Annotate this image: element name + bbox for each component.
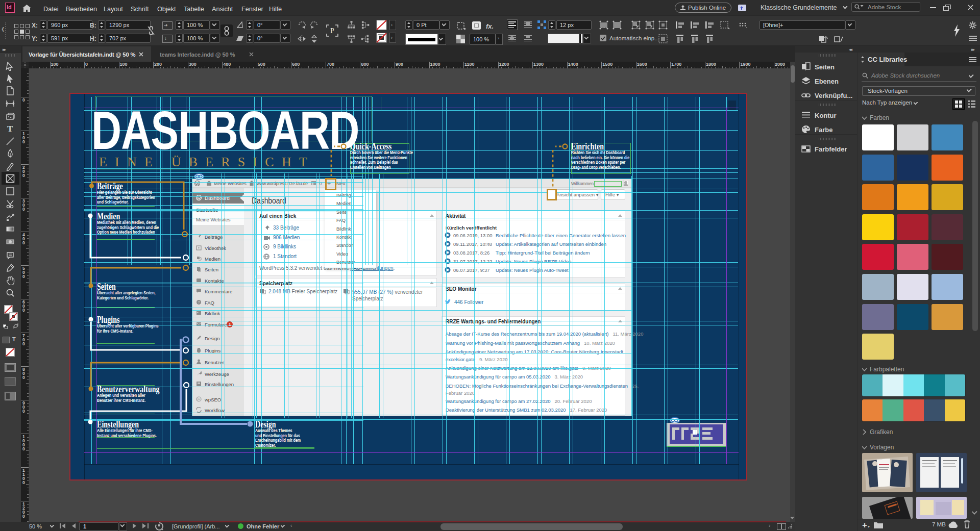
svg-text:T: T — [7, 124, 13, 133]
svg-text:P: P — [330, 27, 334, 35]
